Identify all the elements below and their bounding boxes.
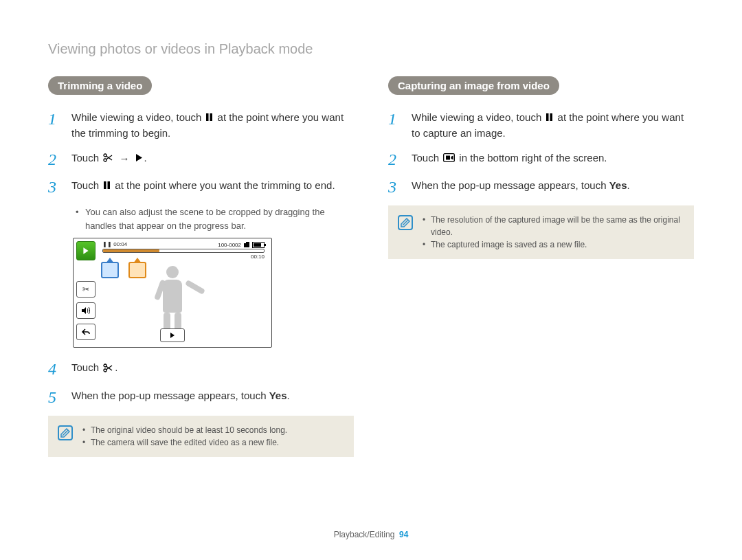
pause-glyph-icon: ❚❚ 00:04	[102, 241, 127, 248]
step-right-3: 3 When the pop-up message appears, touch…	[388, 178, 694, 196]
note-icon	[398, 215, 413, 230]
note-bullet: The original video should be at least 10…	[82, 424, 287, 436]
step-number: 4	[48, 360, 71, 378]
footer-page-number: 94	[399, 530, 408, 539]
step-left-4: 4 Touch .	[48, 360, 354, 378]
timeline: ❚❚ 00:04 100-0002 00:10	[102, 241, 265, 260]
sub-note-step3: You can also adjust the scene to be crop…	[48, 205, 354, 232]
svg-rect-5	[108, 181, 111, 189]
progress-bar	[102, 249, 265, 253]
total-time: 00:10	[102, 254, 265, 260]
video-silhouette	[152, 266, 193, 335]
note-bullet: The captured image is saved as a new fil…	[423, 238, 684, 251]
step-text: Touch in the bottom right of the screen.	[412, 150, 694, 168]
step-number: 2	[388, 150, 412, 168]
note-box-right: The resolution of the captured image wil…	[388, 205, 694, 259]
footer-section: Playback/Editing	[334, 530, 395, 539]
trim-handle-end	[128, 262, 146, 278]
step-text: When the pop-up message appears, touch Y…	[412, 178, 694, 196]
page-title: Viewing photos or videos in Playback mod…	[48, 41, 694, 57]
step-number: 1	[48, 110, 71, 141]
step-text: Touch → .	[71, 150, 354, 168]
step-left-5: 5 When the pop-up message appears, touch…	[48, 388, 354, 406]
svg-rect-1	[210, 113, 213, 121]
pause-icon	[205, 111, 213, 126]
memory-card-icon	[243, 241, 250, 248]
step-text: When the pop-up message appears, touch Y…	[71, 388, 354, 406]
svg-rect-7	[244, 242, 246, 243]
play-icon	[135, 151, 143, 166]
arrow-right-icon: →	[119, 151, 129, 166]
note-bullet: The camera will save the edited video as…	[82, 436, 287, 449]
back-button-icon	[76, 324, 95, 340]
svg-rect-4	[104, 181, 106, 189]
step-text: Touch at the point where you want the tr…	[71, 178, 354, 196]
trim-button-icon: ✂	[76, 281, 95, 298]
svg-rect-13	[446, 155, 450, 159]
svg-rect-0	[206, 113, 209, 121]
step-number: 3	[48, 178, 71, 196]
heading-trimming: Trimming a video	[48, 76, 152, 95]
heading-capturing: Capturing an image from video	[388, 76, 559, 95]
step-text: Touch .	[71, 360, 354, 378]
footer: Playback/Editing 94	[0, 530, 742, 539]
battery-icon	[252, 242, 265, 248]
note-box-left: The original video should be at least 10…	[48, 416, 354, 457]
playback-indicator-icon	[76, 241, 95, 260]
step-left-3: 3 Touch at the point where you want the …	[48, 178, 354, 196]
note-bullet: The resolution of the captured image wil…	[423, 214, 684, 238]
volume-button-icon	[76, 302, 95, 319]
col-capturing: Capturing an image from video 1 While vi…	[388, 76, 694, 464]
svg-rect-10	[546, 113, 549, 121]
note-icon	[58, 425, 73, 440]
step-number: 1	[388, 110, 412, 141]
svg-rect-11	[550, 113, 553, 121]
pause-icon	[546, 111, 553, 126]
step-number: 2	[48, 150, 71, 168]
step-right-1: 1 While viewing a video, touch at the po…	[388, 110, 694, 141]
col-trimming: Trimming a video 1 While viewing a video…	[48, 76, 354, 464]
step-number: 5	[48, 388, 71, 406]
trim-handle-start	[101, 262, 119, 278]
pause-icon	[103, 179, 111, 194]
step-left-2: 2 Touch → .	[48, 150, 354, 168]
sub-bullet: You can also adjust the scene to be crop…	[76, 205, 354, 232]
capture-frame-icon	[443, 151, 455, 166]
current-time: 00:04	[113, 241, 127, 247]
file-number: 100-0002	[218, 242, 241, 248]
step-text: While viewing a video, touch at the poin…	[71, 110, 354, 141]
step-number: 3	[388, 178, 412, 196]
step-right-2: 2 Touch in the bottom right of the scree…	[388, 150, 694, 168]
step-text: While viewing a video, touch at the poin…	[412, 110, 694, 141]
scissors-icon	[103, 361, 113, 377]
camera-screenshot: ❚❚ 00:04 100-0002 00:10	[73, 238, 272, 348]
play-button-icon	[160, 328, 185, 342]
step-left-1: 1 While viewing a video, touch at the po…	[48, 110, 354, 141]
scissors-icon	[103, 151, 113, 166]
